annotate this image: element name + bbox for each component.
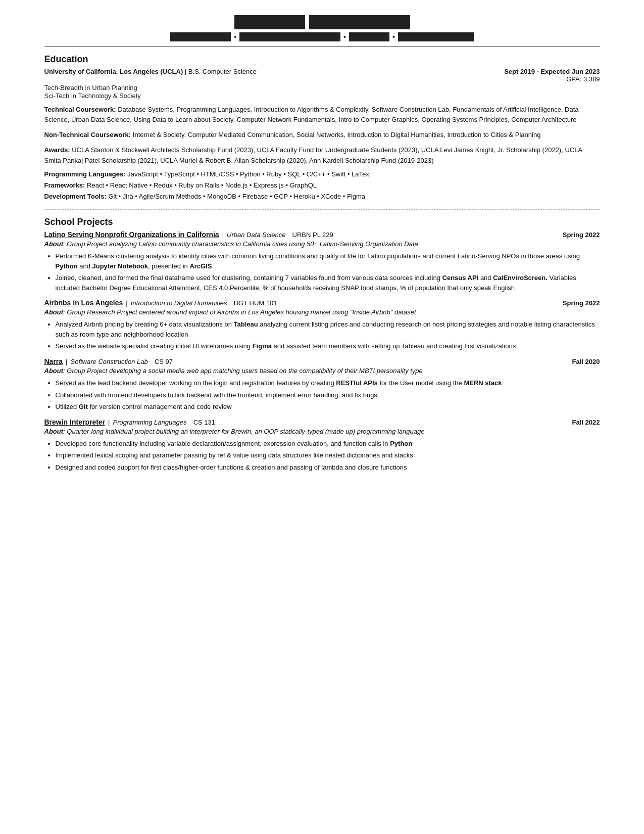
edu-nontechnical-label: Non-Technical Coursework: [44,131,131,138]
project-4-name: Brewin Interpreter [44,418,106,426]
skills-devtools-row: Development Tools: Git • Jira • Agile/Sc… [44,191,600,202]
name-block-2 [309,15,410,29]
name-block-1 [234,15,305,29]
dot-3: • [392,33,395,41]
name-bar [44,15,600,29]
edu-nontechnical: Non-Technical Coursework: Internet & Soc… [44,130,600,140]
devtools-label: Development Tools: [44,193,107,200]
project-1-name: Latino Serving Nonprofit Organizations i… [44,230,219,239]
edu-degree-separator: | [185,68,188,75]
project-1-bullets: Performed K-Means clustering analysis to… [56,251,600,293]
project-4-code: CS 131 [189,419,215,426]
skills-frameworks-row: Frameworks: React • React Native • Redux… [44,180,600,191]
edu-gpa: GPA: 3.389 [504,75,600,83]
edu-school-name: University of California, Los Angeles (U… [44,68,183,75]
project-3-about: About: Group Project developing a social… [44,366,600,376]
education-projects-divider [44,209,600,210]
resume-header: • • • [44,15,600,41]
project-3: Narra | Software Construction Lab CS 97 … [44,357,600,412]
dot-2: • [343,33,346,41]
project-3-code: CS 97 [151,358,173,365]
contact-linkedin [349,32,389,41]
project-3-name: Narra [44,357,63,365]
project-1-code: URBN PL 229 [288,231,333,239]
header-divider [44,47,600,47]
edu-sub2: Sci-Tech in Technology & Society [44,92,600,100]
project-1-course: Urban Data Science [227,231,285,239]
project-1-header: Latino Serving Nonprofit Organizations i… [44,230,600,239]
project-2-bullet-1: Analyzed Airbnb pricing by creating 6+ d… [56,319,600,339]
project-1-term: Spring 2022 [563,231,600,239]
project-4-bullets: Developed core functionality including v… [56,439,600,473]
project-3-term: Fall 2020 [572,358,600,365]
skills-lang-row: Programming Languages: JavaScript • Type… [44,169,600,180]
project-2: Airbnbs in Los Angeles | Introduction to… [44,299,600,351]
frameworks-text: React • React Native • Redux • Ruby on R… [85,181,317,189]
project-2-term: Spring 2022 [563,299,600,307]
project-1-bullet-2: Joined, cleaned, and formed the final da… [56,273,600,293]
project-4-bullet-3: Designed and coded support for first cla… [56,462,600,473]
edu-date: Sept 2019 - Expected Jun 2023 [504,68,600,75]
project-1-about: About: Group Project analyzing Latino co… [44,240,600,249]
project-4-title-block: Brewin Interpreter | Programming Languag… [44,418,216,426]
project-3-sep: | [66,358,67,365]
edu-degree: B.S. Computer Science [188,68,257,75]
project-2-header: Airbnbs in Los Angeles | Introduction to… [44,299,600,307]
school-projects-section: School Projects Latino Serving Nonprofit… [44,217,600,472]
edu-technical-label: Technical Coursework: [44,106,116,113]
education-section: Education University of California, Los … [44,54,600,202]
edu-awards-label: Awards: [44,146,70,154]
project-2-bullets: Analyzed Airbnb pricing by creating 6+ d… [56,319,600,351]
edu-header-row: University of California, Los Angeles (U… [44,68,600,83]
project-2-code: DGT HUM 101 [230,299,277,307]
project-1-sep: | [222,231,224,239]
project-3-bullet-1: Served as the lead backend developer wor… [56,378,600,388]
projects-title: School Projects [44,217,600,227]
edu-awards-text: UCLA Stanton & Stockwell Architects Scho… [44,146,582,164]
devtools-text: Git • Jira • Agile/Scrum Methods • Mongo… [107,193,365,200]
project-2-bullet-2: Served as the website specialist creatin… [56,341,600,351]
contact-github [398,32,474,41]
contact-email [239,32,340,41]
project-4: Brewin Interpreter | Programming Languag… [44,418,600,473]
project-4-about: About: Quarter-long individual project b… [44,427,600,436]
project-4-sep: | [108,419,110,426]
project-3-bullet-2: Collaborated with frontend developers to… [56,390,600,400]
dot-1: • [234,33,236,41]
edu-technical-text: Database Systems, Programming Languages,… [44,106,579,123]
frameworks-label: Frameworks: [44,181,85,189]
project-2-name: Airbnbs in Los Angeles [44,299,123,307]
project-1-title-block: Latino Serving Nonprofit Organizations i… [44,230,333,239]
education-title: Education [44,54,600,65]
project-4-header: Brewin Interpreter | Programming Languag… [44,418,600,426]
edu-sub1: Tech-Breadth in Urban Planning [44,84,600,91]
project-2-title-block: Airbnbs in Los Angeles | Introduction to… [44,299,277,307]
lang-label: Programming Languages: [44,170,126,178]
project-4-bullet-2: Implemented lexical scoping and paramete… [56,450,600,460]
contact-phone [170,32,231,41]
project-2-sep: | [126,299,127,307]
project-4-bullet-1: Developed core functionality including v… [56,439,600,449]
edu-nontechnical-text: Internet & Society, Computer Mediated Co… [131,131,540,138]
edu-school-degree: University of California, Los Angeles (U… [44,68,257,75]
project-1-bullet-1: Performed K-Means clustering analysis to… [56,251,600,271]
lang-text: JavaScript • TypeScript • HTML/CSS • Pyt… [126,170,369,178]
contact-bar: • • • [44,32,600,41]
project-2-about: About: Group Research Project centered a… [44,308,600,317]
project-3-bullets: Served as the lead backend developer wor… [56,378,600,412]
project-4-term: Fall 2022 [572,419,600,426]
project-1: Latino Serving Nonprofit Organizations i… [44,230,600,293]
edu-technical: Technical Coursework: Database Systems, … [44,105,600,125]
project-3-course: Software Construction Lab [70,358,147,365]
project-3-title-block: Narra | Software Construction Lab CS 97 [44,357,173,365]
project-3-bullet-3: Utilized Git for version control managem… [56,402,600,412]
edu-awards: Awards: UCLA Stanton & Stockwell Archite… [44,145,600,165]
project-3-header: Narra | Software Construction Lab CS 97 … [44,357,600,365]
edu-date-gpa: Sept 2019 - Expected Jun 2023 GPA: 3.389 [504,68,600,83]
project-4-course: Programming Languages [113,419,186,426]
project-2-course: Introduction to Digital Humanities [131,299,227,307]
